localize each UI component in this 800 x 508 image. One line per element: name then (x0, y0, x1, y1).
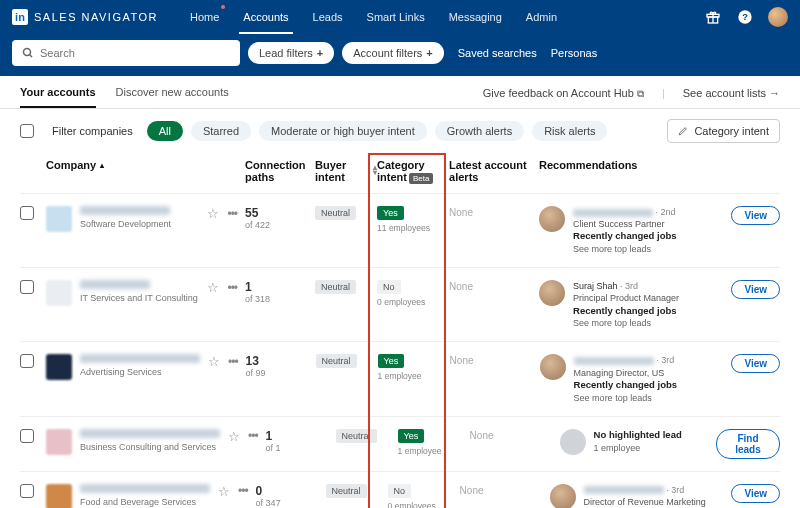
category-employee-count: 1 employee (378, 371, 450, 381)
row-checkbox[interactable] (20, 206, 34, 220)
alert-none: None (460, 485, 484, 496)
nav-item-home[interactable]: Home (178, 0, 231, 34)
no-highlighted-lead: No highlighted lead (594, 429, 682, 442)
category-intent-yes-badge: Yes (378, 354, 405, 368)
filter-chip-moderate-or-high-buyer-intent[interactable]: Moderate or high buyer intent (259, 121, 427, 141)
filter-chip-all[interactable]: All (147, 121, 183, 141)
connection-count: 1 (266, 429, 336, 443)
alert-none: None (449, 207, 473, 218)
star-icon[interactable]: ☆ (218, 484, 230, 499)
see-account-lists-link[interactable]: See account lists → (683, 87, 780, 99)
company-industry: Advertising Services (80, 367, 200, 377)
category-intent-no-badge: No (388, 484, 412, 498)
star-icon[interactable]: ☆ (228, 429, 240, 444)
row-checkbox[interactable] (20, 280, 34, 294)
company-logo (46, 206, 72, 232)
subtab-discover-new-accounts[interactable]: Discover new accounts (116, 86, 229, 108)
saved-searches-link[interactable]: Saved searches (458, 47, 537, 59)
category-intent-no-badge: No (377, 280, 401, 294)
col-category-intent: Category intentBeta (377, 159, 449, 183)
more-options-icon[interactable]: ••• (248, 429, 258, 443)
connection-total: of 1 (266, 443, 336, 453)
alert-none: None (449, 281, 473, 292)
feedback-link[interactable]: Give feedback on Account Hub ⧉ (483, 87, 644, 100)
table-row: Food and Beverage Services ☆ ••• 0 of 34… (20, 471, 780, 508)
lead-title: Client Success Partner (573, 218, 676, 230)
category-intent-button[interactable]: Category intent (667, 119, 780, 143)
svg-text:?: ? (742, 12, 748, 22)
lead-highlight: Recently changed jobs (573, 230, 676, 243)
lead-title: Director of Revenue Marketing (584, 496, 706, 508)
more-options-icon[interactable]: ••• (238, 484, 248, 498)
company-logo (46, 280, 72, 306)
col-buyer-intent[interactable]: Buyer intent▴▾ (315, 159, 377, 183)
top-nav: in SALES NAVIGATOR HomeAccountsLeadsSmar… (0, 0, 800, 34)
nav-right: ? (704, 7, 788, 27)
view-button[interactable]: View (731, 280, 780, 299)
nav-item-leads[interactable]: Leads (301, 0, 355, 34)
category-employee-count: 0 employees (388, 501, 460, 508)
connection-total: of 318 (245, 294, 315, 304)
buyer-intent-badge: Neutral (336, 429, 377, 443)
view-button[interactable]: View (731, 206, 780, 225)
row-checkbox[interactable] (20, 484, 34, 498)
more-options-icon[interactable]: ••• (227, 207, 237, 221)
see-more-leads-link[interactable]: See more top leads (573, 317, 679, 329)
view-button[interactable]: View (731, 354, 780, 373)
nav-item-accounts[interactable]: Accounts (231, 0, 300, 34)
more-options-icon[interactable]: ••• (228, 355, 238, 369)
company-industry: Business Consulting and Services (80, 442, 220, 452)
filter-chip-growth-alerts[interactable]: Growth alerts (435, 121, 524, 141)
notification-dot (221, 5, 225, 9)
table-row: Software Development ☆ ••• 55 of 422 Neu… (20, 193, 780, 267)
star-icon[interactable]: ☆ (207, 206, 219, 221)
connection-total: of 422 (245, 220, 315, 230)
external-link-icon: ⧉ (637, 88, 644, 99)
sort-asc-icon: ▴ (100, 161, 104, 170)
filter-chip-starred[interactable]: Starred (191, 121, 251, 141)
connection-total: of 99 (246, 368, 316, 378)
svg-point-5 (24, 49, 31, 56)
col-recommendations: Recommendations (539, 159, 716, 171)
company-name-redacted (80, 429, 220, 438)
nav-item-admin[interactable]: Admin (514, 0, 569, 34)
connection-count: 13 (246, 354, 316, 368)
star-icon[interactable]: ☆ (207, 280, 219, 295)
user-avatar[interactable] (768, 7, 788, 27)
lead-name-redacted (584, 486, 664, 494)
company-name-redacted (80, 280, 150, 289)
view-button[interactable]: View (731, 484, 780, 503)
connection-degree: · 3rd (666, 485, 684, 495)
select-all-checkbox[interactable] (20, 124, 34, 138)
gift-icon[interactable] (704, 8, 722, 26)
search-box[interactable] (12, 40, 240, 66)
company-industry: Software Development (80, 219, 199, 229)
subtab-your-accounts[interactable]: Your accounts (20, 86, 96, 108)
company-logo (46, 429, 72, 455)
help-icon[interactable]: ? (736, 8, 754, 26)
nav-item-smart-links[interactable]: Smart Links (355, 0, 437, 34)
search-input[interactable] (40, 47, 230, 59)
table-row: IT Services and IT Consulting ☆ ••• 1 of… (20, 267, 780, 341)
find-leads-button[interactable]: Find leads (716, 429, 780, 459)
filter-chip-risk-alerts[interactable]: Risk alerts (532, 121, 607, 141)
more-options-icon[interactable]: ••• (227, 281, 237, 295)
see-more-leads-link[interactable]: See more top leads (574, 392, 677, 404)
row-checkbox[interactable] (20, 429, 34, 443)
nav-item-messaging[interactable]: Messaging (437, 0, 514, 34)
personas-link[interactable]: Personas (551, 47, 597, 59)
see-more-leads-link[interactable]: See more top leads (573, 243, 676, 255)
lead-avatar (539, 206, 565, 232)
lead-filters-button[interactable]: Lead filters+ (248, 42, 334, 64)
col-company[interactable]: Company ▴ (46, 159, 245, 171)
row-checkbox[interactable] (20, 354, 34, 368)
account-filters-button[interactable]: Account filters+ (342, 42, 444, 64)
star-icon[interactable]: ☆ (208, 354, 220, 369)
company-logo (46, 354, 72, 380)
category-intent-yes-badge: Yes (377, 206, 404, 220)
col-connection-paths: Connection paths (245, 159, 315, 183)
svg-line-6 (30, 55, 33, 58)
search-icon (22, 47, 34, 59)
linkedin-logo: in (12, 9, 28, 25)
connection-count: 1 (245, 280, 315, 294)
